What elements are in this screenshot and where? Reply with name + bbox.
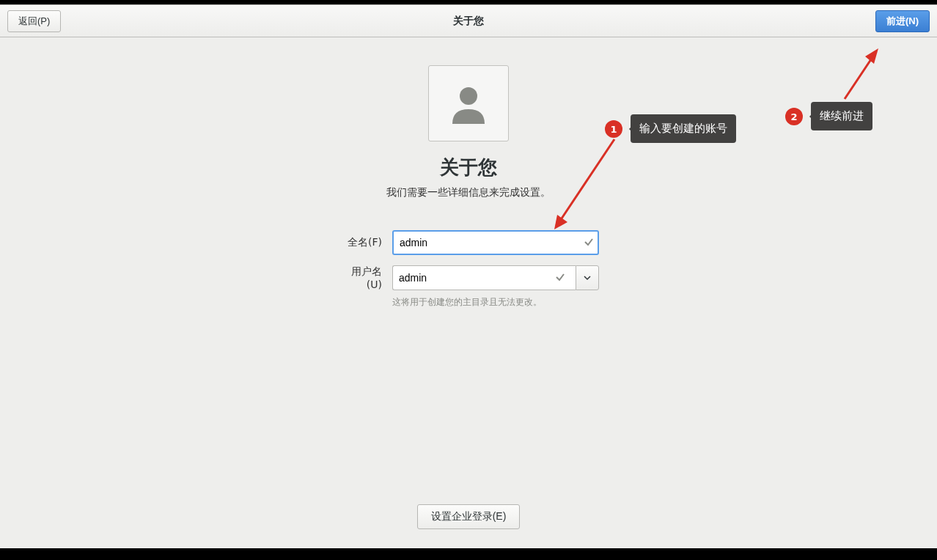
svg-marker-4	[865, 48, 878, 64]
enterprise-area: 设置企业登录(E)	[0, 504, 937, 529]
username-combo	[392, 265, 599, 290]
annotation-arrow-2	[839, 43, 883, 102]
window-title: 关于您	[0, 15, 937, 28]
check-icon	[580, 237, 598, 249]
enterprise-login-button[interactable]: 设置企业登录(E)	[417, 504, 521, 529]
annotation-arrow-1	[551, 136, 618, 229]
svg-line-1	[560, 139, 614, 221]
fullname-input-wrap	[392, 230, 599, 255]
check-icon	[551, 272, 570, 284]
setup-window: 返回(P) 关于您 前进(N) 关于您 我们需要一些详细信息来完成设置。 全名(…	[0, 4, 937, 548]
annotation-badge-2: 2	[785, 108, 803, 125]
username-hint: 这将用于创建您的主目录且无法更改。	[392, 296, 599, 309]
account-form: 全名(F) 用户名(U)	[338, 230, 599, 309]
back-button[interactable]: 返回(P)	[7, 10, 61, 32]
fullname-input[interactable]	[394, 232, 580, 254]
page-subheading: 我们需要一些详细信息来完成设置。	[386, 186, 551, 199]
annotation-badge-1: 1	[605, 120, 622, 138]
annotation-tip-2: 继续前进	[811, 102, 872, 130]
forward-button[interactable]: 前进(N)	[875, 10, 930, 32]
person-icon	[447, 81, 490, 125]
content-area: 关于您 我们需要一些详细信息来完成设置。 全名(F) 用户名(U)	[0, 37, 937, 548]
fullname-label: 全名(F)	[338, 236, 382, 249]
annotation-tip-1: 输入要创建的账号	[631, 114, 736, 143]
page-heading: 关于您	[440, 155, 497, 180]
username-label: 用户名(U)	[338, 265, 382, 290]
svg-point-0	[460, 87, 477, 105]
username-entry	[392, 265, 576, 290]
svg-line-3	[845, 55, 874, 99]
avatar-placeholder[interactable]	[428, 65, 509, 141]
username-dropdown-button[interactable]	[576, 265, 599, 290]
chevron-down-icon	[584, 274, 591, 281]
header-bar: 返回(P) 关于您 前进(N)	[0, 5, 937, 37]
svg-marker-2	[554, 215, 567, 229]
username-input[interactable]	[399, 272, 551, 284]
